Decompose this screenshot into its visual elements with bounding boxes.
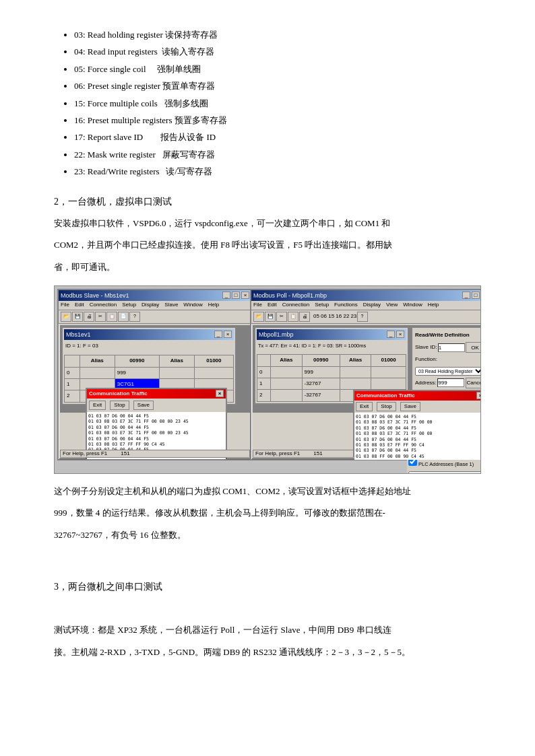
poll-inner-titlebar: Mbpoll1.mbp _ ×: [257, 329, 406, 340]
rw-slave-id-input[interactable]: [438, 343, 465, 352]
poll-menu-functions[interactable]: Functions: [334, 300, 358, 310]
poll-col-00990: 00990: [302, 355, 340, 366]
poll-menu-connection[interactable]: Connection: [282, 300, 309, 310]
slave-menu-setup[interactable]: Setup: [122, 300, 136, 310]
poll-minimize-btn[interactable]: _: [462, 291, 470, 299]
caption-text1: 这个例子分别设定主机和从机的端口为虚拟 COM1、COM2，读写设置对话框中选择…: [54, 483, 481, 500]
poll-row-alias2-1: [340, 378, 371, 390]
poll-toolbar-btn1[interactable]: 📂: [253, 312, 264, 322]
item-15-cn: 强制多线圈: [164, 98, 208, 108]
slave-menu-slave[interactable]: Slave: [164, 300, 178, 310]
slave-toolbar-btn6[interactable]: 📄: [118, 312, 129, 322]
blank-line2: [54, 600, 481, 617]
rw-function-label: Function:: [415, 355, 437, 364]
section3-title: 3，两台微机之间串口测试: [54, 578, 481, 595]
slave-menu-connection[interactable]: Connection: [90, 300, 117, 310]
rw-ok-btn[interactable]: OK: [466, 342, 481, 353]
slave-inner-min[interactable]: _: [214, 331, 222, 338]
slave-menu-edit[interactable]: Edit: [75, 300, 84, 310]
slave-toolbar-btn5[interactable]: 📋: [106, 312, 117, 322]
poll-col-row: [257, 355, 271, 366]
slave-status-text: For Help, press F1: [63, 449, 107, 458]
poll-inner-min[interactable]: _: [387, 331, 395, 338]
slave-minimize-btn[interactable]: _: [222, 291, 230, 299]
col-row: [65, 355, 80, 367]
caption-text3: 32767~32767，有负号 16 位整数。: [54, 527, 481, 544]
slave-menu-window[interactable]: Window: [183, 300, 202, 310]
poll-menu-edit[interactable]: Edit: [268, 300, 277, 310]
rw-address-input[interactable]: [437, 378, 464, 387]
item-17-en: 17: Report slave ID: [74, 132, 143, 142]
comm-traffic-slave-label: Communication Traffic: [89, 389, 148, 399]
comm-traffic-poll-label: Communication Traffic: [356, 391, 415, 401]
poll-toolbar-btn5[interactable]: 🖨: [299, 312, 310, 322]
section3-text2: 接。主机端 2-RXD，3-TXD，5-GND。两端 DB9 的 RS232 通…: [54, 644, 481, 661]
poll-row-alias-1: [271, 378, 302, 390]
comm-traffic-slave-title: Communication Traffic ×: [87, 389, 226, 399]
poll-toolbar-btn6[interactable]: ?: [357, 312, 368, 322]
slave-close-btn[interactable]: ×: [241, 291, 249, 299]
poll-row-0: 0 999: [257, 366, 406, 378]
row-val2-0: [194, 367, 233, 378]
row-val-0: 999: [115, 367, 159, 378]
poll-row-val2-1: [371, 378, 406, 390]
row-alias-0: [80, 367, 115, 378]
comm-stop-slave-btn[interactable]: Stop: [110, 401, 129, 410]
slave-toolbar-btn2[interactable]: 💾: [72, 312, 83, 322]
poll-menu-view[interactable]: View: [386, 300, 398, 310]
comm-stop-poll-btn[interactable]: Stop: [377, 402, 396, 411]
comm-save-slave-btn[interactable]: Save: [133, 401, 154, 410]
slave-inner-btns: _ ×: [214, 331, 232, 338]
rw-once-btn[interactable]: Read/Write Once: [408, 471, 481, 474]
slave-toolbar-btn4[interactable]: ✂: [95, 312, 106, 322]
poll-toolbar-btn2[interactable]: 💾: [265, 312, 276, 322]
item-05-en: 05: Force single coil: [74, 64, 146, 74]
slave-maximize-btn[interactable]: □: [232, 291, 240, 299]
item-06-cn: 预置单寄存器: [162, 81, 215, 91]
slave-titlebar: Modbus Slave - Mbs1ev1 _ □ ×: [59, 290, 251, 301]
poll-titlebar: Modbus Poll - Mbpoll1.mbp _ □ ×: [251, 290, 481, 301]
poll-menu-display[interactable]: Display: [363, 300, 381, 310]
data-row-0: 0 999: [65, 367, 234, 378]
slave-inner-titlebar: Mbs1ev1 _ ×: [64, 329, 234, 340]
poll-inner-close[interactable]: ×: [396, 331, 404, 338]
poll-menu-window[interactable]: Window: [403, 300, 422, 310]
col-00990: 00990: [115, 355, 159, 367]
poll-menu-setup[interactable]: Setup: [315, 300, 329, 310]
slave-inner-close[interactable]: ×: [224, 331, 232, 338]
list-item-05: 05: Force single coil 强制单线圈: [74, 61, 481, 77]
comm-save-poll-btn[interactable]: Save: [400, 402, 420, 411]
comm-traffic-slave-close[interactable]: ×: [216, 390, 224, 397]
poll-window: Modbus Poll - Mbpoll1.mbp _ □ × File Edi…: [250, 289, 481, 460]
poll-menu-help[interactable]: Help: [428, 300, 439, 310]
poll-row-val2-0: [371, 366, 406, 378]
item-22-en: 22: Mask write register: [74, 149, 156, 160]
poll-menu-file[interactable]: File: [253, 300, 262, 310]
comm-traffic-poll-close[interactable]: ×: [476, 392, 481, 399]
slave-toolbar-btn3[interactable]: 🖨: [84, 312, 94, 322]
comm-exit-poll-btn[interactable]: Exit: [356, 402, 373, 411]
poll-toolbar-btn3[interactable]: ✂: [276, 312, 287, 322]
rw-slave-id-label: Slave ID:: [415, 343, 437, 352]
poll-toolbar: 📂 💾 ✂ 📋 🖨 05 06 15 16 22 23 ?: [251, 310, 481, 324]
comm-exit-slave-btn[interactable]: Exit: [89, 401, 106, 410]
poll-col-alias2: Alias: [340, 355, 371, 366]
poll-row-1: 1 -32767: [257, 378, 406, 390]
item-04-en: 04: Read input registers: [74, 46, 158, 57]
slave-toolbar-btn7[interactable]: ?: [129, 312, 140, 322]
function-dropdown[interactable]: 03 Read Holding Registers (4x): [415, 367, 481, 376]
poll-row-indicator: 151: [313, 449, 322, 458]
poll-toolbar-btn4[interactable]: 📋: [288, 312, 298, 322]
poll-row-alias2-0: [340, 366, 371, 378]
slave-menu-help[interactable]: Help: [208, 300, 219, 310]
item-17-cn: 报告从设备 ID: [160, 132, 216, 142]
rw-cancel-btn[interactable]: Cancel: [466, 378, 481, 388]
slave-toolbar-btn1[interactable]: 📂: [61, 312, 71, 322]
slave-menu-display[interactable]: Display: [141, 300, 159, 310]
poll-maximize-btn[interactable]: □: [472, 291, 480, 299]
poll-titlebar-buttons: _ □ ×: [462, 291, 481, 299]
poll-menubar: File Edit Connection Setup Functions Dis…: [251, 301, 481, 310]
slave-menu-file[interactable]: File: [61, 300, 69, 310]
poll-row-num-1: 1: [257, 378, 271, 390]
caption-text2: 999，数量 4 的运行结果。修改从机数据，主机会马上得到响应。可修改的数据范围…: [54, 505, 481, 522]
